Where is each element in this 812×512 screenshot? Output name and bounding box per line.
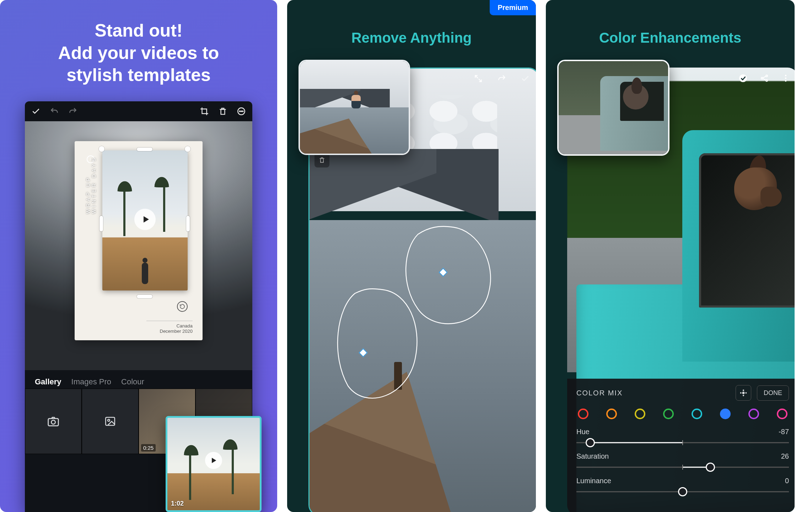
resize-handle[interactable] xyxy=(137,295,152,298)
svg-point-3 xyxy=(242,111,243,111)
svg-marker-4 xyxy=(144,216,149,223)
card-vertical-text: WRAP UP WINTER DAYS xyxy=(85,156,97,214)
svg-point-1 xyxy=(240,111,240,111)
person-graphic xyxy=(140,258,150,286)
play-icon xyxy=(205,452,222,469)
card-meta-date: December 2020 xyxy=(146,329,193,334)
camera-icon xyxy=(47,415,60,428)
slider-label-luminance: Luminance xyxy=(576,477,611,485)
confirm-circle-icon[interactable] xyxy=(738,74,748,83)
swatch-green[interactable] xyxy=(663,409,674,419)
slider-luminance[interactable] xyxy=(576,485,789,498)
slider-value-saturation: 26 xyxy=(781,452,789,460)
inset-person xyxy=(350,91,362,111)
template-canvas[interactable]: i WRAP UP WINTER DAYS xyxy=(25,121,252,370)
gallery-button[interactable] xyxy=(82,389,139,454)
card-meta: Canada December 2020 xyxy=(146,321,193,334)
redo-icon[interactable] xyxy=(497,74,506,83)
resize-handle[interactable] xyxy=(137,148,152,151)
inset-dog xyxy=(619,80,649,115)
resize-handle[interactable] xyxy=(185,146,190,152)
more-vertical-icon[interactable] xyxy=(781,74,790,83)
slider-label-hue: Hue xyxy=(576,428,590,436)
confirm-icon[interactable] xyxy=(521,74,530,83)
panel-remove-anything: Premium Remove Anything xyxy=(287,0,536,512)
svg-point-20 xyxy=(740,393,741,394)
slider-hue[interactable] xyxy=(576,436,789,449)
clip-duration: 0:25 xyxy=(141,444,156,452)
svg-point-2 xyxy=(241,111,242,111)
panel-color-enhancements: Color Enhancements COLOR MIX xyxy=(546,0,795,512)
trash-icon[interactable] xyxy=(218,107,227,116)
svg-point-8 xyxy=(108,419,110,421)
resize-handle[interactable] xyxy=(186,216,190,231)
swatch-magenta[interactable] xyxy=(777,409,787,419)
svg-rect-7 xyxy=(106,417,115,425)
play-button[interactable] xyxy=(134,209,156,230)
undo-icon[interactable] xyxy=(50,107,59,116)
before-inset xyxy=(557,60,670,156)
swatch-aqua[interactable] xyxy=(692,409,702,419)
camera-button[interactable] xyxy=(25,389,82,454)
resize-handle[interactable] xyxy=(99,146,104,152)
target-adjust-button[interactable] xyxy=(736,385,751,401)
svg-point-11 xyxy=(761,78,763,79)
editor-toolbar xyxy=(25,101,252,121)
scene-dog xyxy=(727,161,777,222)
card-meta-location: Canada xyxy=(146,323,193,329)
tab-images-pro[interactable]: Images Pro xyxy=(71,377,112,386)
panel3-title: Color Enhancements xyxy=(546,30,795,46)
before-inset xyxy=(299,60,410,155)
panel-templates: Stand out! Add your videos to stylish te… xyxy=(0,0,277,512)
share-icon[interactable] xyxy=(760,74,769,83)
more-icon[interactable] xyxy=(237,107,246,116)
tab-colour[interactable]: Colour xyxy=(121,377,144,386)
svg-point-17 xyxy=(742,392,744,394)
color-swatches xyxy=(576,409,789,419)
tab-gallery[interactable]: Gallery xyxy=(35,377,61,386)
swatch-purple[interactable] xyxy=(748,409,759,419)
panel2-title: Remove Anything xyxy=(287,30,536,46)
swatch-red[interactable] xyxy=(578,409,588,419)
section-label: COLOR MIX xyxy=(576,389,623,397)
svg-point-21 xyxy=(746,393,747,394)
svg-rect-5 xyxy=(48,418,59,426)
refresh-icon[interactable] xyxy=(177,301,188,312)
resize-handle[interactable] xyxy=(100,216,103,231)
clip-duration: 1:02 xyxy=(171,500,184,507)
svg-point-6 xyxy=(51,420,55,424)
svg-point-16 xyxy=(785,80,786,81)
svg-point-15 xyxy=(785,78,786,79)
slider-label-saturation: Saturation xyxy=(576,452,609,460)
palm-graphic xyxy=(174,427,206,487)
template-card[interactable]: i WRAP UP WINTER DAYS xyxy=(75,141,203,340)
slider-value-hue: -87 xyxy=(779,428,789,436)
swatch-blue[interactable] xyxy=(720,409,731,419)
svg-point-10 xyxy=(739,74,747,82)
confirm-icon[interactable] xyxy=(31,107,41,116)
svg-point-12 xyxy=(766,75,768,77)
slider-value-luminance: 0 xyxy=(785,477,789,485)
panel1-headline: Stand out! Add your videos to stylish te… xyxy=(58,20,219,86)
crop-icon[interactable] xyxy=(200,107,209,116)
swatch-orange[interactable] xyxy=(606,409,617,419)
slider-saturation[interactable] xyxy=(576,460,789,474)
svg-point-13 xyxy=(766,80,768,81)
redo-icon[interactable] xyxy=(68,107,77,116)
source-tabs: Gallery Images Pro Colour xyxy=(25,370,252,389)
svg-marker-9 xyxy=(212,458,216,463)
color-mix-panel: COLOR MIX DONE Hue -87 Saturation 26 xyxy=(567,379,795,512)
done-button[interactable]: DONE xyxy=(757,385,789,401)
swatch-yellow[interactable] xyxy=(635,409,645,419)
image-icon xyxy=(104,415,116,427)
svg-point-19 xyxy=(743,395,744,396)
lasso-selection[interactable] xyxy=(330,283,423,404)
svg-point-18 xyxy=(743,390,744,391)
expand-icon[interactable] xyxy=(474,74,483,83)
svg-point-14 xyxy=(785,75,786,76)
premium-badge: Premium xyxy=(490,0,536,15)
dragging-thumb[interactable]: 1:02 xyxy=(166,416,262,512)
